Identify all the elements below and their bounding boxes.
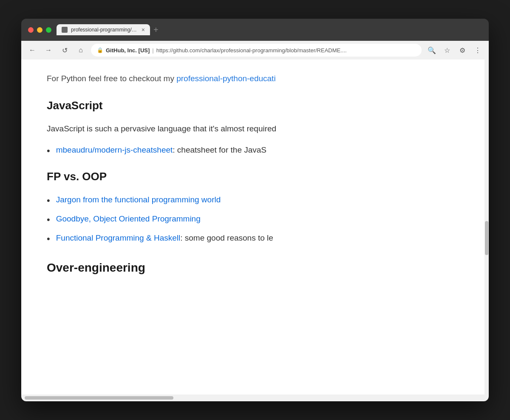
close-button[interactable]: [28, 27, 34, 33]
bullet-dot-3: •: [47, 232, 50, 246]
bullet-dot-2: •: [47, 213, 50, 227]
browser-window: professional-programming/RE × + ← → ↺ ⌂ …: [21, 19, 489, 401]
fp-list-item-3: • Functional Programming & Haskell: some…: [47, 232, 459, 246]
top-partial-text: For Python feel free to checkout my prof…: [47, 72, 459, 85]
fp-oop-heading: FP vs. OOP: [47, 168, 459, 186]
js-bullet-content: mbeaudru/modern-js-cheatsheet: cheatshee…: [56, 144, 266, 156]
refresh-button[interactable]: ↺: [59, 44, 71, 56]
javascript-paragraph: JavaScript is such a pervasive language …: [47, 122, 459, 135]
fp-item-2-content: Goodbye, Object Oriented Programming: [56, 213, 201, 225]
js-list-item: • mbeaudru/modern-js-cheatsheet: cheatsh…: [47, 144, 459, 158]
js-bullet-list: • mbeaudru/modern-js-cheatsheet: cheatsh…: [47, 144, 459, 158]
fp-item-3-content: Functional Programming & Haskell: some g…: [56, 232, 273, 244]
tab-title: professional-programming/RE: [71, 27, 138, 33]
forward-button[interactable]: →: [42, 44, 54, 56]
horizontal-scrollbar-thumb[interactable]: [25, 396, 173, 400]
url-site-name: GitHub, Inc. [US]: [106, 47, 150, 54]
url-separator: |: [152, 47, 153, 54]
search-icon[interactable]: 🔍: [426, 44, 438, 56]
fp-item-1-content: Jargon from the functional programming w…: [56, 193, 221, 206]
bullet-dot-1: •: [47, 193, 50, 207]
url-actions: 🔍 ☆ ⚙ ⋮: [426, 44, 484, 56]
extensions-icon[interactable]: ⚙: [456, 44, 468, 56]
new-tab-button[interactable]: +: [152, 25, 160, 35]
over-engineering-heading: Over-engineering: [47, 258, 459, 278]
tab-close-icon[interactable]: ×: [142, 27, 145, 33]
page-content: For Python feel free to checkout my prof…: [21, 60, 484, 394]
minimize-button[interactable]: [37, 27, 42, 33]
tab-bar: professional-programming/RE × +: [57, 24, 482, 35]
python-link[interactable]: professional-python-educati: [176, 74, 275, 83]
fp-link-2[interactable]: Goodbye, Object Oriented Programming: [56, 214, 201, 223]
title-bar: professional-programming/RE × +: [21, 19, 489, 41]
home-button[interactable]: ⌂: [75, 44, 87, 56]
address-bar: ← → ↺ ⌂ 🔒 GitHub, Inc. [US] | https://gi…: [21, 41, 489, 60]
menu-icon[interactable]: ⋮: [472, 44, 484, 56]
fp-link-3[interactable]: Functional Programming & Haskell: [56, 233, 181, 242]
maximize-button[interactable]: [46, 27, 51, 33]
url-path: https://github.com/charlax/professional-…: [156, 47, 347, 54]
fp-list-item-2: • Goodbye, Object Oriented Programming: [47, 213, 459, 227]
bottom-scrollbar: [21, 394, 489, 401]
bookmark-icon[interactable]: ☆: [441, 44, 453, 56]
active-tab[interactable]: professional-programming/RE ×: [57, 24, 150, 35]
traffic-lights: [28, 27, 51, 33]
javascript-heading: JavaScript: [47, 97, 459, 115]
js-bullet-suffix: : cheatsheet for the JavaS: [173, 145, 266, 154]
fp-bullet-list: • Jargon from the functional programming…: [47, 193, 459, 246]
fp-list-item-1: • Jargon from the functional programming…: [47, 193, 459, 207]
js-cheatsheet-link[interactable]: mbeaudru/modern-js-cheatsheet: [56, 145, 173, 154]
bullet-dot: •: [47, 144, 50, 158]
scrollbar-thumb[interactable]: [485, 221, 488, 255]
content-area: For Python feel free to checkout my prof…: [21, 60, 489, 394]
fp-item-3-suffix: : some good reasons to le: [180, 233, 273, 242]
tab-favicon: [62, 27, 68, 33]
scrollbar-track: [484, 60, 489, 394]
url-bar[interactable]: 🔒 GitHub, Inc. [US] | https://github.com…: [91, 44, 422, 57]
back-button[interactable]: ←: [26, 44, 38, 56]
fp-link-1[interactable]: Jargon from the functional programming w…: [56, 195, 221, 204]
lock-icon: 🔒: [97, 47, 103, 53]
top-partial-static: For Python feel free to checkout my: [47, 74, 176, 83]
